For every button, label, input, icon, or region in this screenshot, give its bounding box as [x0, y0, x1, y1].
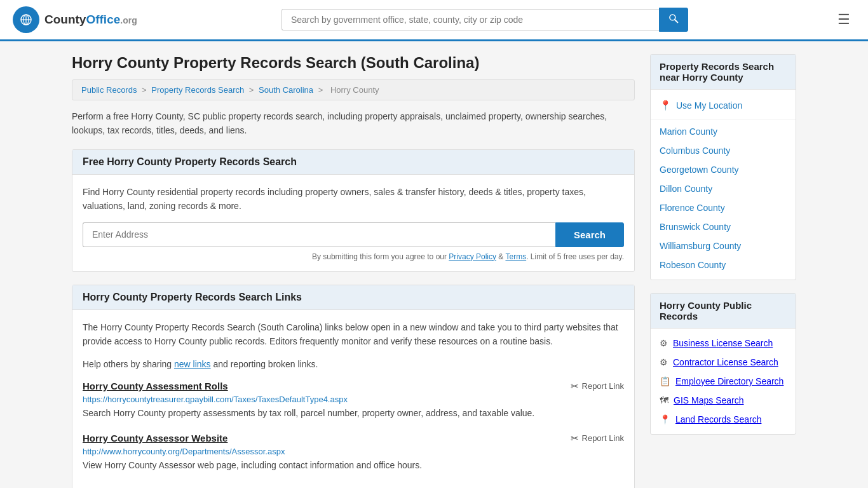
record-desc-1: View Horry County Assessor web page, inc… [83, 459, 624, 472]
sidebar-county-3[interactable]: Dillon County [651, 179, 796, 198]
report-link-button-1[interactable]: ✂ Report Link [571, 433, 624, 444]
business-license-icon: ⚙ [660, 338, 668, 348]
form-note-prefix: By submitting this form you agree to our [312, 252, 449, 261]
gis-maps-link[interactable]: GIS Maps Search [674, 395, 744, 405]
links-section-body: The Horry County Property Records Search… [72, 310, 634, 488]
breadcrumb-sep-1: > [142, 85, 149, 95]
sidebar-county-2[interactable]: Georgetown County [651, 160, 796, 179]
land-records-link[interactable]: Land Records Search [675, 414, 761, 424]
form-note: By submitting this form you agree to our… [83, 252, 624, 261]
report-link-button-0[interactable]: ✂ Report Link [571, 381, 624, 392]
sidebar-county-0[interactable]: Marion County [651, 122, 796, 141]
record-link-title-1[interactable]: Horry County Assessor Website [83, 433, 227, 444]
sidebar-record-0[interactable]: ⚙ Business License Search [651, 334, 796, 353]
sidebar-public-records-body: ⚙ Business License Search ⚙ Contractor L… [651, 329, 796, 434]
record-url-0: https://horrycountytreasurer.qpaybill.co… [83, 395, 624, 404]
sidebar-public-records-card: Horry County Public Records ⚙ Business L… [650, 293, 796, 435]
logo-icon [13, 6, 39, 33]
sidebar-county-7[interactable]: Robeson County [651, 255, 796, 274]
sidebar-county-1[interactable]: Columbus County [651, 141, 796, 160]
breadcrumb-sep-2: > [249, 85, 256, 95]
record-link-item: Horry County Assessment Rolls ✂ Report L… [83, 381, 624, 420]
address-search-button[interactable]: Search [555, 222, 624, 247]
record-link-title-0[interactable]: Horry County Assessment Rolls [83, 381, 228, 391]
privacy-policy-link[interactable]: Privacy Policy [449, 252, 496, 261]
header-search [281, 8, 688, 32]
page-description: Perform a free Horry County, SC public p… [72, 109, 635, 138]
page-title: Horry County Property Records Search (So… [72, 54, 635, 72]
sidebar-county-4[interactable]: Florence County [651, 198, 796, 217]
breadcrumb-horry-county: Horry County [330, 85, 379, 95]
employee-directory-icon: 📋 [660, 376, 670, 386]
sidebar: Property Records Search near Horry Count… [650, 54, 796, 488]
breadcrumb-public-records[interactable]: Public Records [81, 85, 137, 95]
sidebar-record-2[interactable]: 📋 Employee Directory Search [651, 372, 796, 391]
record-desc-0: Search Horry County property assessments… [83, 407, 624, 420]
links-section-heading: Horry County Property Records Search Lin… [72, 285, 634, 310]
form-note-amp: & [496, 252, 505, 261]
address-search-input[interactable] [83, 222, 555, 247]
sidebar-nearby-heading: Property Records Search near Horry Count… [651, 55, 796, 90]
links-section-card: Horry County Property Records Search Lin… [72, 285, 635, 488]
main-content: Horry County Property Records Search (So… [72, 54, 635, 488]
contractor-license-icon: ⚙ [660, 357, 668, 367]
business-license-link[interactable]: Business License Search [673, 338, 773, 348]
gis-maps-icon: 🗺 [660, 395, 668, 405]
new-links-note: Help others by sharing new links and rep… [83, 357, 624, 371]
free-search-body: Find Horry County residential property r… [72, 175, 634, 271]
links-description: The Horry County Property Records Search… [83, 320, 624, 349]
record-link-item-1: Horry County Assessor Website ✂ Report L… [83, 433, 624, 472]
breadcrumb-property-records[interactable]: Property Records Search [151, 85, 244, 95]
header-search-input[interactable] [281, 9, 659, 30]
address-search-row: Search [83, 222, 624, 247]
breadcrumb: Public Records > Property Records Search… [72, 79, 635, 100]
contractor-license-link[interactable]: Contractor License Search [673, 357, 778, 367]
sidebar-public-records-heading: Horry County Public Records [651, 294, 796, 329]
svg-line-6 [675, 20, 677, 22]
logo-text: CountyOffice.org [44, 13, 137, 27]
record-link-title-row: Horry County Assessment Rolls ✂ Report L… [83, 381, 624, 392]
free-search-card: Free Horry County Property Records Searc… [72, 149, 635, 272]
header-search-button[interactable] [659, 8, 688, 32]
use-my-location-button[interactable]: 📍 Use My Location [651, 95, 796, 116]
site-header: CountyOffice.org ☰ [0, 0, 868, 41]
sidebar-county-6[interactable]: Williamsburg County [651, 236, 796, 255]
breadcrumb-sep-3: > [318, 85, 325, 95]
main-container: Horry County Property Records Search (So… [59, 41, 809, 488]
land-records-icon: 📍 [660, 414, 670, 424]
pin-icon: 📍 [660, 100, 672, 111]
sidebar-record-1[interactable]: ⚙ Contractor License Search [651, 353, 796, 372]
hamburger-menu-button[interactable]: ☰ [832, 9, 855, 30]
sidebar-record-4[interactable]: 📍 Land Records Search [651, 410, 796, 429]
use-my-location-label: Use My Location [676, 100, 742, 111]
form-note-suffix: . Limit of 5 free uses per day. [526, 252, 624, 261]
sidebar-record-3[interactable]: 🗺 GIS Maps Search [651, 391, 796, 410]
logo-area: CountyOffice.org [13, 6, 137, 33]
divider-1 [651, 119, 796, 119]
sidebar-county-5[interactable]: Brunswick County [651, 217, 796, 236]
record-url-1: http://www.horrycounty.org/Departments/A… [83, 447, 624, 456]
breadcrumb-south-carolina[interactable]: South Carolina [259, 85, 313, 95]
record-link-title-row-1: Horry County Assessor Website ✂ Report L… [83, 433, 624, 444]
report-link-icon-1: ✂ [571, 433, 579, 444]
new-links-link[interactable]: new links [174, 359, 211, 369]
employee-directory-link[interactable]: Employee Directory Search [675, 376, 783, 386]
report-link-icon-0: ✂ [571, 381, 579, 392]
sidebar-nearby-card: Property Records Search near Horry Count… [650, 54, 796, 280]
free-search-heading: Free Horry County Property Records Searc… [72, 150, 634, 175]
sidebar-nearby-body: 📍 Use My Location Marion County Columbus… [651, 90, 796, 280]
terms-link[interactable]: Terms [505, 252, 526, 261]
free-search-description: Find Horry County residential property r… [83, 185, 624, 214]
